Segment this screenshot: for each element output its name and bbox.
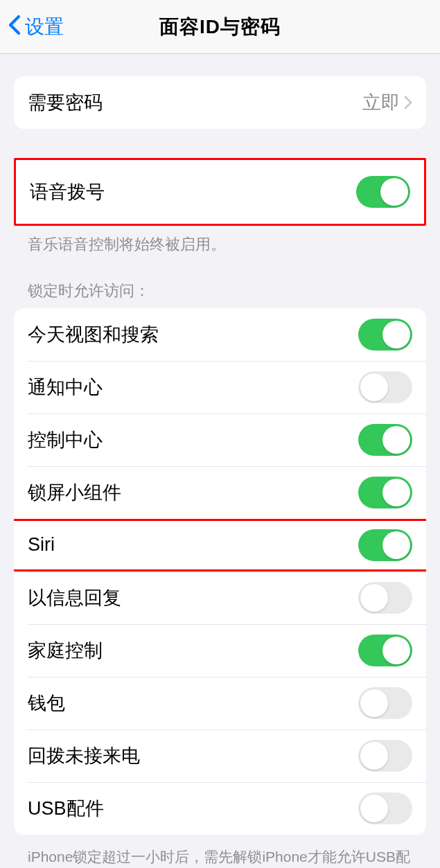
lock-access-row: 控制中心 [14,414,426,466]
require-passcode-value: 立即 [362,90,400,115]
lock-access-item-label: 锁屏小组件 [28,480,121,505]
lock-access-row: 家庭控制 [14,624,426,677]
lock-access-row: 钱包 [14,677,426,729]
lock-access-item-label: 以信息回复 [28,585,121,610]
section-require-passcode: 需要密码 立即 [14,76,426,129]
lock-access-item-label: 钱包 [28,691,65,716]
lock-access-item-toggle[interactable] [358,687,412,719]
lock-access-item-toggle[interactable] [358,424,412,456]
chevron-right-icon [404,96,412,109]
lock-access-row: 以信息回复 [14,572,426,624]
lock-access-row: 锁屏小组件 [14,466,426,519]
lock-access-item-toggle[interactable] [358,319,412,351]
row-voice-dial: 语音拨号 [16,160,424,224]
back-button-label[interactable]: 设置 [25,14,64,40]
section-lock-access: 今天视图和搜索通知中心控制中心锁屏小组件Siri以信息回复家庭控制钱包回拨未接来… [14,308,426,835]
page-title: 面容ID与密码 [0,14,440,40]
voice-dial-footer: 音乐语音控制将始终被启用。 [14,226,426,256]
lock-access-row: 通知中心 [14,361,426,414]
lock-access-item-toggle[interactable] [358,371,412,403]
require-passcode-label: 需要密码 [28,90,103,115]
lock-access-row: 回拨未接来电 [14,729,426,782]
content-scroll: 需要密码 立即 语音拨号 音乐语音控制将始终被启用。 锁定时允许访问： 今天视图… [0,76,440,868]
lock-access-item-label: Siri [28,534,55,556]
back-chevron-icon[interactable] [8,15,21,39]
lock-access-item-label: 回拨未接来电 [28,743,140,768]
lock-access-row: Siri [14,519,426,572]
lock-access-item-toggle[interactable] [358,529,412,561]
lock-access-item-label: 通知中心 [28,375,103,400]
lock-access-row: USB配件 [14,782,426,835]
lock-access-item-label: 今天视图和搜索 [28,322,159,347]
lock-access-item-label: 控制中心 [28,427,103,452]
voice-dial-toggle[interactable] [356,176,410,208]
lock-access-item-label: USB配件 [28,796,104,821]
lock-access-footer: iPhone锁定超过一小时后，需先解锁iPhone才能允许USB配件连接。 [14,835,426,868]
lock-access-item-toggle[interactable] [358,740,412,772]
navbar: 设置 面容ID与密码 [0,0,440,54]
row-require-passcode[interactable]: 需要密码 立即 [14,76,426,129]
lock-access-row: 今天视图和搜索 [14,308,426,361]
lock-access-item-toggle[interactable] [358,582,412,614]
section-voice-dial: 语音拨号 [14,158,426,226]
lock-access-item-label: 家庭控制 [28,638,103,663]
lock-access-item-toggle[interactable] [358,792,412,824]
lock-access-header: 锁定时允许访问： [14,256,426,308]
lock-access-item-toggle[interactable] [358,477,412,508]
lock-access-item-toggle[interactable] [358,635,412,666]
voice-dial-label: 语音拨号 [30,179,105,204]
